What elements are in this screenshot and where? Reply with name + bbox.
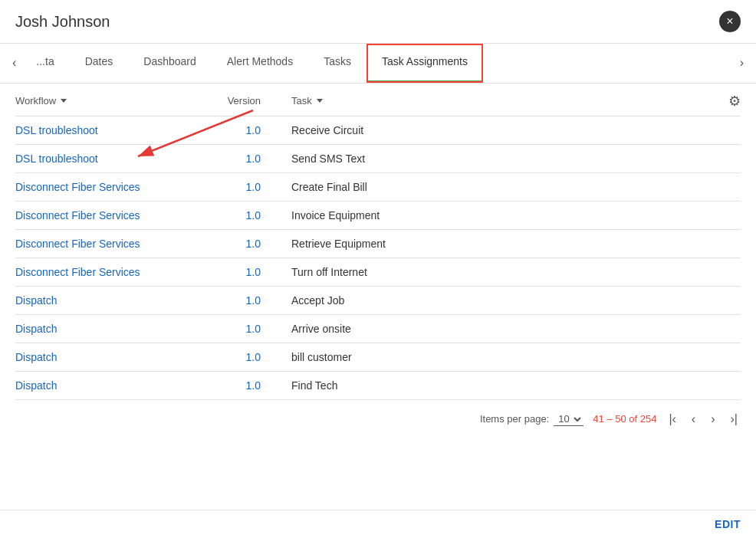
row-workflow-0[interactable]: DSL troubleshoot <box>15 124 199 136</box>
pagination-range: 41 – 50 of 254 <box>593 413 656 425</box>
table-row: DSL troubleshoot 1.0 Send SMS Text <box>15 145 741 173</box>
row-task-2: Create Final Bill <box>291 181 741 193</box>
workflow-sort-icon <box>61 99 67 103</box>
page-title: Josh Johnson <box>15 13 110 31</box>
row-task-1: Send SMS Text <box>291 153 741 165</box>
table-row: Disconnect Fiber Services 1.0 Create Fin… <box>15 173 741 202</box>
row-task-5: Turn off Internet <box>291 266 741 278</box>
row-workflow-6[interactable]: Dispatch <box>15 294 199 307</box>
tab-dates[interactable]: Dates <box>70 44 129 83</box>
row-version-2: 1.0 <box>199 181 291 193</box>
row-version-4: 1.0 <box>199 238 291 250</box>
footer: EDIT <box>0 510 756 538</box>
row-version-6: 1.0 <box>199 294 291 307</box>
row-version-8: 1.0 <box>199 351 291 363</box>
row-workflow-4[interactable]: Disconnect Fiber Services <box>15 238 199 250</box>
task-sort-icon <box>317 99 323 103</box>
row-version-0: 1.0 <box>199 124 291 136</box>
items-per-page-select[interactable]: 5 10 25 50 <box>554 412 583 426</box>
row-task-3: Invoice Equipment <box>291 209 741 221</box>
row-workflow-8[interactable]: Dispatch <box>15 351 199 363</box>
tab-task-assignments[interactable]: Task Assignments <box>366 44 483 83</box>
tab-data[interactable]: ...ta <box>21 44 69 83</box>
pagination-next-button[interactable]: › <box>708 411 718 428</box>
table-row: Dispatch 1.0 Find Tech <box>15 372 741 400</box>
table-header: Workflow Version Task ⚙ <box>15 84 741 116</box>
close-button[interactable]: × <box>719 11 741 32</box>
table-row: Disconnect Fiber Services 1.0 Turn off I… <box>15 258 741 287</box>
task-assignments-table: Workflow Version Task ⚙ DSL troubleshoot… <box>15 84 741 400</box>
pagination-prev-button[interactable]: ‹ <box>689 411 698 428</box>
pagination-last-button[interactable]: ›| <box>728 411 741 428</box>
table-row: DSL troubleshoot 1.0 Receive Circuit <box>15 116 741 145</box>
row-workflow-7[interactable]: Dispatch <box>15 323 199 335</box>
row-workflow-2[interactable]: Disconnect Fiber Services <box>15 181 199 193</box>
tabs-list: ...ta Dates Dashboard Alert Methods Task… <box>21 44 735 83</box>
tab-scroll-left[interactable]: ‹ <box>8 44 21 81</box>
tab-scroll-right[interactable]: › <box>735 44 748 81</box>
table-row: Dispatch 1.0 Accept Job <box>15 287 741 315</box>
row-task-6: Accept Job <box>291 294 741 307</box>
row-version-3: 1.0 <box>199 209 291 221</box>
tabs-container: ‹ ...ta Dates Dashboard Alert Methods Ta… <box>0 44 756 84</box>
row-workflow-1[interactable]: DSL troubleshoot <box>15 153 199 165</box>
settings-icon[interactable]: ⚙ <box>728 93 741 110</box>
row-task-8: bill customer <box>291 351 741 363</box>
table-body: DSL troubleshoot 1.0 Receive Circuit DSL… <box>15 116 741 400</box>
row-version-7: 1.0 <box>199 323 291 335</box>
row-workflow-5[interactable]: Disconnect Fiber Services <box>15 266 199 278</box>
table-row: Dispatch 1.0 Arrive onsite <box>15 315 741 343</box>
tab-dashboard[interactable]: Dashboard <box>128 44 212 83</box>
table-row: Disconnect Fiber Services 1.0 Retrieve E… <box>15 230 741 258</box>
table-row: Dispatch 1.0 bill customer <box>15 343 741 372</box>
pagination-items-per-page: Items per page: 5 10 25 50 <box>480 412 583 426</box>
column-header-version: Version <box>199 95 291 107</box>
row-workflow-3[interactable]: Disconnect Fiber Services <box>15 209 199 221</box>
column-header-workflow[interactable]: Workflow <box>15 95 199 107</box>
row-version-9: 1.0 <box>199 379 291 392</box>
row-task-9: Find Tech <box>291 379 741 392</box>
table-row: Disconnect Fiber Services 1.0 Invoice Eq… <box>15 202 741 230</box>
header: Josh Johnson × <box>0 0 756 44</box>
column-header-task[interactable]: Task <box>291 95 710 107</box>
pagination-first-button[interactable]: |‹ <box>666 411 679 428</box>
edit-button[interactable]: EDIT <box>715 518 741 530</box>
tab-alert-methods[interactable]: Alert Methods <box>212 44 308 83</box>
items-per-page-label: Items per page: <box>480 413 549 425</box>
row-version-5: 1.0 <box>199 266 291 278</box>
pagination: Items per page: 5 10 25 50 41 – 50 of 25… <box>15 400 741 435</box>
row-task-7: Arrive onsite <box>291 323 741 335</box>
row-version-1: 1.0 <box>199 153 291 165</box>
row-task-0: Receive Circuit <box>291 124 741 136</box>
main-content: Workflow Version Task ⚙ DSL troubleshoot… <box>0 84 756 435</box>
row-task-4: Retrieve Equipment <box>291 238 741 250</box>
column-header-actions: ⚙ <box>710 93 741 110</box>
tab-tasks[interactable]: Tasks <box>308 44 366 83</box>
row-workflow-9[interactable]: Dispatch <box>15 379 199 392</box>
